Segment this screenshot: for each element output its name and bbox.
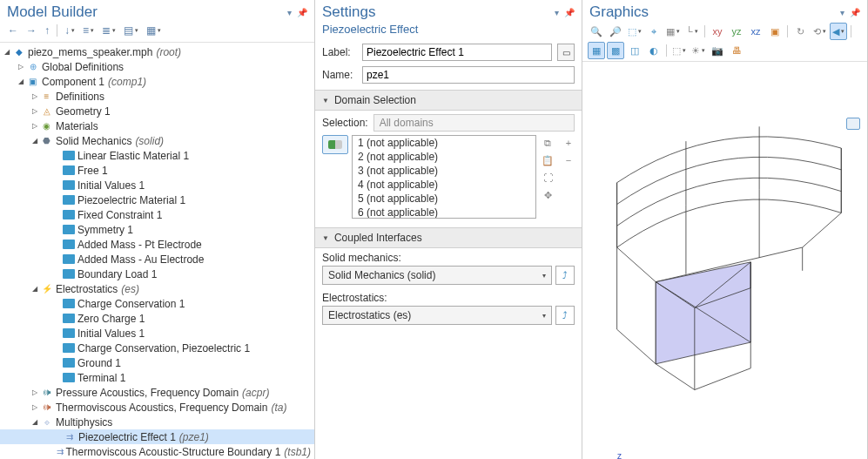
tree-es-child[interactable]: Charge Conservation, Piezoelectric 1 [0,341,314,355]
pin-icon[interactable]: 📌 [848,8,862,17]
zoom-box-icon[interactable]: ⬚ [626,23,643,40]
snapshot-icon[interactable]: 📷 [709,42,726,59]
move-down-icon[interactable]: ↓ [62,23,77,38]
panel-menu-icon[interactable]: ▾ [838,8,846,17]
rotate-icon[interactable]: ↻ [791,23,809,40]
model-builder-title: Model Builder [7,3,98,21]
tree-solid-child[interactable]: Initial Values 1 [0,178,314,192]
tree-solid-mechanics[interactable]: ⬣ Solid Mechanics (solid) [0,133,314,148]
collapse-icon[interactable]: ≣ [99,23,118,38]
tree-es-child[interactable]: Terminal 1 [0,370,314,385]
settings-title: Settings [322,3,375,21]
nav-back-icon[interactable]: ← [5,23,21,38]
clip-icon[interactable]: ◐ [645,42,663,59]
expand-icon[interactable]: ≡ [80,23,97,38]
domain-list-item[interactable]: 4 (not applicable) [353,178,535,192]
select-mode-icon[interactable]: ◀ [830,23,847,40]
zoom-out-icon[interactable]: 🔎 [607,23,624,40]
domain-list-item[interactable]: 2 (not applicable) [353,150,535,164]
tree-materials[interactable]: ◉ Materials [0,118,314,133]
selection-toggle[interactable] [322,135,348,154]
mesh-view-icon[interactable]: ◫ [626,42,643,59]
view-menu-icon[interactable]: └ [683,23,701,40]
show-hidden-icon[interactable]: ☀ [690,42,707,59]
pin-icon[interactable]: 📌 [562,8,576,17]
name-field-label: Name: [322,69,357,81]
graphics-toolbar: 🔍 🔎 ⬚ ⌖ ▦ └ xy yz xz ▣ ↻ ⟲ ◀ ▦ ▩ ◫ ◐ ⬚ ☀… [582,21,867,62]
settings-subtitle: Piezoelectric Effect [315,21,582,41]
tree-pressure-acoustics[interactable]: 🕪 Pressure Acoustics, Frequency Domain (… [0,385,314,400]
tree-solid-child[interactable]: Linear Elastic Material 1 [0,148,314,163]
panel-menu-icon[interactable]: ▾ [286,8,293,17]
nav-up-icon[interactable]: ↑ [42,23,52,38]
add-sel-icon[interactable]: + [561,135,576,151]
tree-solid-child[interactable]: Added Mass - Pt Electrode [0,237,314,252]
tree-thermoviscous-acoustics[interactable]: 🕪 Thermoviscous Acoustics, Frequency Dom… [0,400,314,415]
grid-icon[interactable]: ▦ [664,23,682,40]
tree-es-child[interactable]: Ground 1 [0,355,314,370]
zoom-extents-icon[interactable]: ⌖ [645,23,663,40]
label-extra-button[interactable]: ▭ [557,44,575,61]
label-field-label: Label: [322,46,357,58]
tree-solid-child[interactable]: Added Mass - Au Electrode [0,252,314,267]
zoom-sel-icon[interactable]: ⛶ [540,170,555,186]
copy-sel-icon[interactable]: ⧉ [540,135,555,151]
tree-multiphysics[interactable]: ⟐ Multiphysics [0,415,314,429]
move-sel-icon[interactable]: ✥ [540,187,555,203]
tree-global-defs[interactable]: ⊕ Global Definitions [0,59,314,74]
tree-geometry[interactable]: ◬ Geometry 1 [0,104,314,118]
domain-list[interactable]: 1 (not applicable)2 (not applicable)3 (n… [352,135,536,219]
name-input[interactable] [362,66,575,84]
tree-definitions[interactable]: ≡ Definitions [0,89,314,104]
show-icon[interactable]: ▤ [121,23,141,38]
domain-list-item[interactable]: 6 (not applicable) [353,206,535,219]
model-builder-toolbar: ← → ↑ ↓ ≡ ≣ ▤ ▦ [0,21,314,43]
tree-solid-child[interactable]: Symmetry 1 [0,222,314,237]
selection-dropdown[interactable]: All domains [373,114,575,132]
xy-view-icon[interactable]: xy [709,23,726,40]
tree-root[interactable]: ◆ piezo_mems_speaker.mph (root) [0,44,314,59]
tree-root-label: piezo_mems_speaker.mph [28,46,152,58]
electrostatics-label: Electrostatics: [315,288,582,306]
solid-mechanics-dropdown[interactable]: Solid Mechanics (solid) [322,266,552,285]
domain-list-item[interactable]: 1 (not applicable) [353,136,535,150]
tree-solid-child[interactable]: Free 1 [0,163,314,178]
model-tree[interactable]: ◆ piezo_mems_speaker.mph (root) ⊕ Global… [0,43,314,459]
tree-piezoelectric-effect[interactable]: ⇉ Piezoelectric Effect 1 (pze1) [0,429,314,444]
graphics-canvas[interactable]: z x y [582,62,867,459]
zoom-in-icon[interactable]: 🔍 [588,23,605,40]
rotate-menu-icon[interactable]: ⟲ [811,23,828,40]
tree-es-child[interactable]: Initial Values 1 [0,326,314,341]
tree-electrostatics[interactable]: ⚡ Electrostatics (es) [0,281,314,296]
goto-solid-button[interactable]: ⤴ [555,266,575,285]
nav-fwd-icon[interactable]: → [24,23,39,38]
tree-component[interactable]: ▣ Component 1 (comp1) [0,74,314,89]
svg-text:z: z [617,451,622,459]
wireframe-icon[interactable]: ▩ [607,42,624,59]
yz-view-icon[interactable]: yz [728,23,745,40]
hide-icon[interactable]: ⬚ [670,42,688,59]
panel-menu-icon[interactable]: ▾ [553,8,561,17]
coupled-interfaces-header[interactable]: ▼Coupled Interfaces [315,227,582,248]
tree-tsb[interactable]: ⇉ Thermoviscous Acoustic-Structure Bound… [0,444,314,459]
domain-list-item[interactable]: 5 (not applicable) [353,192,535,206]
domain-list-item[interactable]: 3 (not applicable) [353,164,535,178]
view-icon[interactable]: ▦ [144,23,164,38]
tree-solid-child[interactable]: Piezoelectric Material 1 [0,192,314,207]
domain-selection-header[interactable]: ▼Domain Selection [315,90,582,111]
transparency-icon[interactable]: ▦ [588,42,605,59]
paste-sel-icon[interactable]: 📋 [540,152,555,168]
electrostatics-dropdown[interactable]: Electrostatics (es) [322,306,552,325]
graphics-title: Graphics [589,3,649,21]
tree-es-child[interactable]: Zero Charge 1 [0,311,314,326]
tree-es-child[interactable]: Charge Conservation 1 [0,296,314,311]
remove-sel-icon[interactable]: − [561,152,576,168]
goto-es-button[interactable]: ⤴ [555,306,575,325]
label-input[interactable] [362,44,552,61]
pin-icon[interactable]: 📌 [295,8,309,17]
default-view-icon[interactable]: ▣ [766,23,784,40]
print-icon[interactable]: 🖶 [728,42,745,59]
tree-solid-child[interactable]: Fixed Constraint 1 [0,207,314,222]
xz-view-icon[interactable]: xz [747,23,764,40]
tree-solid-child[interactable]: Boundary Load 1 [0,267,314,281]
